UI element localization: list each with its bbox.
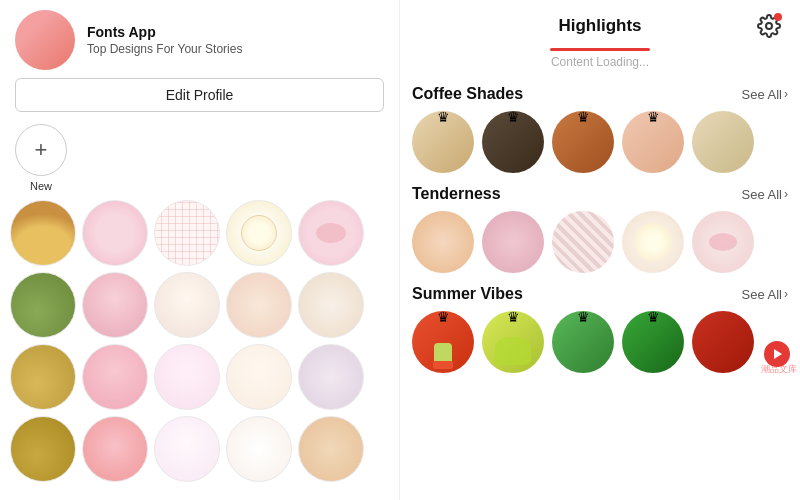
app-tagline: Top Designs For Your Stories	[87, 42, 242, 56]
notification-dot	[774, 13, 782, 21]
sticker-item[interactable]	[82, 200, 148, 266]
highlight-item[interactable]	[412, 211, 474, 273]
chevron-right-icon: ›	[784, 187, 788, 201]
sticker-item[interactable]	[82, 416, 148, 482]
right-header: Highlights	[400, 0, 800, 42]
sticker-item[interactable]	[82, 344, 148, 410]
crown-badge: ♛	[577, 311, 590, 325]
sticker-item[interactable]	[154, 344, 220, 410]
highlight-circle	[692, 111, 754, 173]
chevron-right-icon: ›	[784, 287, 788, 301]
highlight-circle: ♛	[622, 111, 684, 173]
highlight-item[interactable]: ♛	[552, 111, 614, 173]
highlight-circle	[412, 211, 474, 273]
crown-badge: ♛	[507, 111, 520, 125]
section-title-summer: Summer Vibes	[412, 285, 523, 303]
coffee-shades-section: Coffee Shades See All › ♛ ♛ ♛	[400, 77, 800, 177]
highlight-item[interactable]: ♛	[552, 311, 614, 373]
svg-point-0	[766, 23, 772, 29]
see-all-coffee-button[interactable]: See All ›	[742, 87, 788, 102]
sticker-item[interactable]	[298, 344, 364, 410]
crown-badge: ♛	[647, 111, 660, 125]
avatar	[15, 10, 75, 70]
sticker-item[interactable]	[226, 344, 292, 410]
tenderness-section: Tenderness See All ›	[400, 177, 800, 277]
highlight-circle: ♛	[412, 311, 474, 373]
highlight-item[interactable]	[622, 211, 684, 273]
summer-vibes-section: Summer Vibes See All › ♛ ♛	[400, 277, 800, 377]
highlight-circle: ♛	[552, 111, 614, 173]
see-all-tenderness-button[interactable]: See All ›	[742, 187, 788, 202]
sticker-item[interactable]	[298, 200, 364, 266]
highlight-item[interactable]: ♛	[412, 111, 474, 173]
section-title-coffee: Coffee Shades	[412, 85, 523, 103]
sticker-row-1	[10, 200, 389, 266]
crown-badge: ♛	[437, 111, 450, 125]
sticker-item[interactable]	[226, 272, 292, 338]
app-name: Fonts App	[87, 24, 242, 40]
crown-badge: ♛	[577, 111, 590, 125]
highlight-item[interactable]	[482, 211, 544, 273]
sticker-item[interactable]	[10, 200, 76, 266]
settings-button[interactable]	[753, 10, 785, 42]
crown-badge: ♛	[507, 311, 520, 325]
left-panel: Fonts App Top Designs For Your Stories E…	[0, 0, 400, 500]
highlight-circle	[552, 211, 614, 273]
highlight-item[interactable]	[552, 211, 614, 273]
highlight-item[interactable]	[692, 111, 754, 173]
highlight-circle: ♛	[622, 311, 684, 373]
sticker-row-3	[10, 344, 389, 410]
highlight-circle	[692, 311, 754, 373]
highlight-circle: ♛	[412, 111, 474, 173]
highlight-item[interactable]: ♛	[622, 311, 684, 373]
summer-highlight-row: ♛ ♛ ♛ ♛	[412, 311, 788, 373]
see-all-summer-button[interactable]: See All ›	[742, 287, 788, 302]
chevron-right-icon: ›	[784, 87, 788, 101]
sticker-item[interactable]	[154, 200, 220, 266]
new-story-button[interactable]: +	[15, 124, 67, 176]
highlight-item[interactable]: ♛	[482, 111, 544, 173]
highlight-circle	[622, 211, 684, 273]
sticker-item[interactable]	[154, 272, 220, 338]
sticker-row-2	[10, 272, 389, 338]
highlight-circle	[692, 211, 754, 273]
loading-text: Content Loading...	[400, 51, 800, 77]
highlight-item[interactable]	[692, 211, 754, 273]
sticker-item[interactable]	[226, 200, 292, 266]
tenderness-highlight-row	[412, 211, 788, 273]
highlight-circle: ♛	[482, 111, 544, 173]
highlight-circle: ♛	[482, 311, 544, 373]
right-panel: Highlights Content Loading... Coffee Sha…	[400, 0, 800, 500]
sticker-item[interactable]	[10, 416, 76, 482]
highlight-item[interactable]: ♛	[622, 111, 684, 173]
highlight-circle	[482, 211, 544, 273]
crown-badge: ♛	[437, 311, 450, 325]
crown-badge: ♛	[647, 311, 660, 325]
sticker-item[interactable]	[10, 272, 76, 338]
sticker-item[interactable]	[154, 416, 220, 482]
highlight-item[interactable]: ♛	[482, 311, 544, 373]
sticker-item[interactable]	[298, 272, 364, 338]
sticker-item[interactable]	[10, 344, 76, 410]
sticker-item[interactable]	[82, 272, 148, 338]
highlight-circle: ♛	[552, 311, 614, 373]
play-triangle-icon	[774, 349, 782, 359]
sticker-item[interactable]	[298, 416, 364, 482]
sticker-row-4	[10, 416, 389, 482]
profile-info: Fonts App Top Designs For Your Stories	[87, 24, 242, 56]
coffee-highlight-row: ♛ ♛ ♛ ♛	[412, 111, 788, 173]
section-header-coffee: Coffee Shades See All ›	[412, 85, 788, 103]
sticker-item[interactable]	[226, 416, 292, 482]
section-title-tenderness: Tenderness	[412, 185, 501, 203]
new-story-label: New	[30, 180, 52, 192]
highlight-item[interactable]: ♛	[412, 311, 474, 373]
section-header-tenderness: Tenderness See All ›	[412, 185, 788, 203]
profile-header: Fonts App Top Designs For Your Stories	[0, 0, 399, 78]
highlight-item[interactable]	[692, 311, 754, 373]
sticker-grid	[0, 200, 399, 496]
highlights-title: Highlights	[447, 16, 753, 36]
edit-profile-button[interactable]: Edit Profile	[15, 78, 384, 112]
section-header-summer: Summer Vibes See All ›	[412, 285, 788, 303]
play-button[interactable]	[764, 341, 790, 367]
